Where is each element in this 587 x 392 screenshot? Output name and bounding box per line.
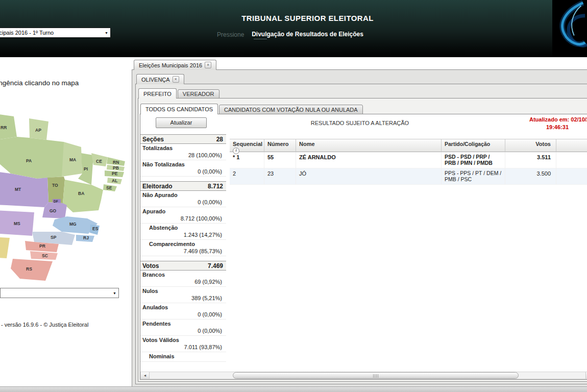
candidate-view-tabstrip: TODOS OS CANDIDATOS CANDIDATOS COM VOTAÇ… (140, 104, 363, 114)
summary-item-nao-apurado: Não Apurado 0 (0,00%) (140, 191, 226, 207)
tab-label: TODOS OS CANDIDATOS (145, 106, 213, 112)
cell-sequencial: 2 (230, 168, 264, 185)
column-header-votos[interactable]: Votos (505, 139, 556, 152)
state-label-rr: RR (1, 125, 7, 130)
summary-item-brancos: Brancos 69 (0,92%) (140, 271, 226, 287)
results-grid: Sequencial i Número Nome Partido/Coligaç… (230, 139, 587, 185)
summary-item-apurado: Apurado 8.712 (100,00%) (140, 207, 226, 224)
cell-numero: 55 (264, 152, 296, 168)
updated-time: 19:46:31 (529, 124, 585, 130)
dropdown-arrow-icon: ▼ (105, 31, 108, 35)
summary-item-nao-totalizadas: Não Totalizadas 0 (0,00%) (140, 160, 226, 177)
cell-partido: PPS - PPS / PT / DEM / PMB / PSC (442, 168, 505, 185)
summary-item-comparecimento: Comparecimento 7.469 (85,73%) (140, 240, 226, 256)
tab-olivenca[interactable]: OLIVENÇA × (136, 74, 184, 84)
close-tab-icon[interactable]: × (173, 76, 179, 83)
state-label-mg: MG (69, 222, 77, 227)
summary-item-totalizadas: Totalizadas 28 (100,00%) (140, 144, 226, 160)
column-header-nome[interactable]: Nome (296, 139, 442, 152)
state-ba[interactable] (63, 180, 103, 212)
zone-combobox-value (1, 288, 118, 290)
app-title: TRIBUNAL SUPERIOR ELEITORAL (0, 14, 587, 22)
tab-prefeito[interactable]: PREFEITO (138, 88, 177, 99)
state-label-pb: PB (113, 165, 119, 170)
map-hint: Selecione a abrangência clicando no mapa (0, 79, 79, 87)
swirl-graphic (552, 0, 587, 57)
election-combobox-value: Eleições Municipais 2016 - 1º Turno (0, 28, 110, 36)
state-label-rj: RJ (83, 235, 89, 240)
state-label-mt: MT (15, 187, 21, 192)
tab-label: PREFEITO (143, 91, 172, 97)
cell-spacer (556, 168, 587, 185)
cell-sequencial: * 1 (230, 152, 264, 168)
tab-todos-os-candidatos[interactable]: TODOS OS CANDIDATOS (140, 104, 218, 114)
election-combobox[interactable]: Eleições Municipais 2016 - 1º Turno ▼ (0, 28, 111, 38)
status-text: RESULTADO SUJEITO A ALTERAÇÃO (225, 120, 495, 126)
state-label-pe: PE (112, 171, 118, 176)
cell-numero: 23 (264, 168, 296, 185)
tab-vereador[interactable]: VEREADOR (178, 89, 219, 99)
decorative-swirl (552, 0, 587, 57)
state-label-go: GO (50, 208, 57, 213)
state-label-to: TO (52, 183, 58, 188)
summary-item-votos-validos: Votos Válidos 7.011 (93,87%) (140, 336, 226, 352)
tab-label: VEREADOR (183, 91, 214, 97)
cell-votos: 3.511 (505, 152, 556, 168)
scrollbar-thumb[interactable] (233, 372, 519, 379)
cell-votos: 3.500 (505, 168, 556, 185)
state-label-ce: CE (96, 159, 102, 164)
cell-nome: JÓ (296, 168, 442, 185)
tab-label: Eleições Municipais 2016 (139, 62, 202, 68)
tab-label: OLIVENÇA (141, 77, 170, 83)
summary-header-votos: Votos 7.469 (140, 261, 226, 271)
cell-partido: PSD - PSD / PRP / PRB / PMN / PMDB (442, 152, 505, 168)
summary-header-eleitorado: Eleitorado 8.712 (140, 181, 226, 191)
state-label-al: AL (112, 178, 117, 183)
summary-item-anulados: Anulados 0 (0,00%) (140, 303, 226, 320)
zone-combobox[interactable]: ▼ (0, 288, 119, 298)
state-label-se: SE (106, 185, 112, 190)
state-label-rs: RS (26, 266, 32, 272)
state-label-sc: SC (42, 253, 48, 258)
state-label-ms: MS (14, 221, 20, 226)
candidate-row[interactable]: 2 23 JÓ PPS - PPS / PT / DEM / PMB / PSC… (230, 168, 587, 185)
state-pa[interactable] (0, 137, 66, 179)
summary-item-nominais: Nominais (140, 352, 226, 362)
horizontal-scrollbar[interactable]: ◄ ► (140, 372, 587, 379)
office-tabstrip: PREFEITO VEREADOR (138, 88, 219, 99)
application-window: Pressione TRIBUNAL SUPERIOR ELEITORAL Di… (0, 0, 587, 392)
dropdown-arrow-icon: ▼ (113, 291, 116, 295)
state-label-sp: SP (51, 235, 57, 240)
state-label-df: DF (54, 200, 58, 203)
state-label-rn: RN (113, 160, 119, 165)
summary-item-abstencao: Abstenção 1.243 (14,27%) (140, 224, 226, 240)
brazil-map[interactable]: RR AP PA MA PI CE RN PB PE AL SE TO BA M… (0, 112, 133, 282)
tab-label: CANDIDATOS COM VOTAÇÃO NULA OU ANULADA (224, 107, 358, 113)
region-unlabeled[interactable] (0, 237, 10, 258)
state-label-pr: PR (39, 243, 45, 249)
column-header-numero[interactable]: Número (264, 139, 296, 152)
state-label-es: ES (92, 226, 99, 231)
close-tab-icon[interactable]: × (205, 62, 211, 68)
state-label-pi: PI (84, 166, 88, 172)
totals-summary-panel: Seções 28 Totalizadas 28 (100,00%) Não T… (140, 134, 226, 362)
cell-nome: ZÉ ARNALDO (296, 152, 442, 168)
column-header-spacer (556, 139, 587, 152)
column-header-partido[interactable]: Partido/Coligação (442, 139, 505, 152)
state-label-pa: PA (26, 158, 32, 163)
window-bottom-edge (0, 386, 587, 392)
scroll-left-arrow-icon[interactable]: ◄ (141, 372, 150, 379)
tab-eleicoes-municipais-2016[interactable]: Eleições Municipais 2016 × (134, 60, 216, 70)
state-label-ba: BA (78, 191, 84, 196)
column-header-sequencial[interactable]: Sequencial i (230, 139, 264, 152)
candidate-row[interactable]: * 1 55 ZÉ ARNALDO PSD - PSD / PRP / PRB … (230, 152, 587, 168)
summary-item-pendentes: Pendentes 0 (0,00%) (140, 320, 226, 336)
updated-timestamp: Atualizado em: 02/10/2016 (529, 116, 587, 122)
underline-decoration (254, 39, 267, 39)
refresh-button[interactable]: Atualizar (156, 117, 207, 128)
version-text: - versão 16.9.6 - © Justiça Eleitoral (1, 322, 88, 328)
tab-candidatos-votacao-nula[interactable]: CANDIDATOS COM VOTAÇÃO NULA OU ANULADA (219, 105, 363, 114)
state-label-ap: AP (35, 128, 41, 133)
state-label-ma: MA (69, 157, 76, 162)
summary-item-nulos: Nulos 389 (5,21%) (140, 287, 226, 303)
